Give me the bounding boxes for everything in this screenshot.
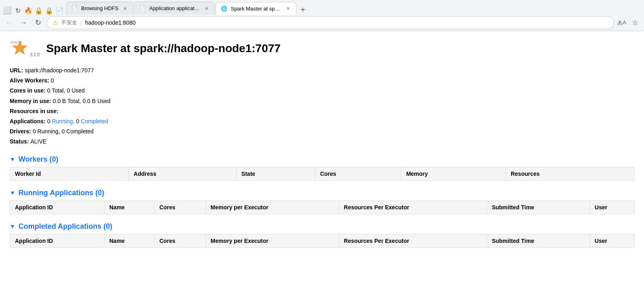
running-col-cores: Cores: [154, 200, 206, 214]
completed-col-app-id: Application ID: [10, 234, 105, 247]
bookmark-icon[interactable]: ☆: [629, 17, 641, 28]
spark-header: APACHE 3.2.0 Spark Master at spark://had…: [10, 39, 634, 57]
completed-col-name: Name: [104, 234, 154, 247]
drivers-label: Drivers:: [10, 126, 31, 137]
completed-link[interactable]: Completed: [81, 116, 108, 126]
completed-col-resources: Resources Per Executor: [339, 234, 487, 247]
completed-col-memory: Memory per Executor: [206, 234, 339, 247]
running-col-resources: Resources Per Executor: [339, 200, 487, 214]
reload-icon[interactable]: ↻: [14, 6, 22, 15]
url-value: spark://hadoop-node1:7077: [25, 65, 94, 76]
page-title: Spark Master at spark://hadoop-node1:707…: [46, 42, 280, 55]
address-bar-row: ← → ↻ ⚠ 不安全 | hadoop-node1:8080 あA ☆: [0, 15, 644, 31]
refresh-button[interactable]: ↻: [32, 17, 44, 28]
drivers-row: Drivers: 0 Running, 0 Completed: [10, 126, 634, 137]
memory-value: 0.0 B Total, 0.0 B Used: [53, 96, 111, 106]
running-col-user: User: [589, 200, 634, 214]
completed-apps-table: Application ID Name Cores Memory per Exe…: [10, 234, 634, 248]
completed-col-user: User: [589, 234, 634, 247]
browser-chrome: ⬜ ↻ 🔥 🔒 🔒 📄 📄 Browsing HDFS × 📄 Applicat…: [0, 0, 644, 31]
running-col-memory: Memory per Executor: [206, 200, 339, 214]
resources-row: Resources in use:: [10, 106, 634, 116]
apps-running-count: 0: [47, 116, 50, 126]
completed-apps-arrow: ▼: [10, 223, 15, 230]
cores-row: Cores in use: 0 Total, 0 Used: [10, 86, 634, 96]
running-col-submitted: Submitted Time: [487, 200, 590, 214]
address-url: hadoop-node1:8080: [85, 19, 608, 26]
memory-row: Memory in use: 0.0 B Total, 0.0 B Used: [10, 96, 634, 106]
tab-app[interactable]: 📄 Application application_1640182... ×: [134, 2, 215, 15]
new-tab-button[interactable]: +: [297, 5, 308, 15]
completed-apps-header-row: Application ID Name Cores Memory per Exe…: [10, 234, 634, 247]
tab-app-icon: 📄: [139, 5, 146, 11]
insecure-label: 不安全: [61, 19, 77, 26]
info-section: URL: spark://hadoop-node1:7077 Alive Wor…: [10, 65, 634, 147]
tab-spark-icon: 🌐: [221, 6, 227, 12]
lock2-icon[interactable]: 🔒: [45, 6, 53, 15]
applications-label: Applications:: [10, 116, 46, 126]
workers-table: Worker Id Address State Cores Memory Res…: [10, 167, 634, 181]
lock-icon[interactable]: 🔒: [35, 6, 43, 15]
drivers-value: 0 Running, 0 Completed: [33, 126, 94, 137]
running-apps-table: Application ID Name Cores Memory per Exe…: [10, 200, 634, 214]
tab-app-close[interactable]: ×: [203, 5, 210, 12]
address-divider: |: [80, 19, 82, 26]
tab-hdfs[interactable]: 📄 Browsing HDFS ×: [66, 2, 133, 15]
apps-completed-count: 0: [76, 116, 80, 126]
workers-section-header[interactable]: ▼ Workers (0): [10, 155, 634, 164]
completed-apps-title: Completed Applications (0): [19, 222, 112, 231]
page-content: APACHE 3.2.0 Spark Master at spark://had…: [0, 31, 644, 256]
browser-settings[interactable]: あA: [617, 19, 626, 26]
address-bar[interactable]: ⚠ 不安全 | hadoop-node1:8080: [47, 16, 614, 29]
running-apps-header-row: Application ID Name Cores Memory per Exe…: [10, 200, 634, 214]
alive-workers-label: Alive Workers:: [10, 76, 49, 86]
status-value: ALIVE: [30, 137, 46, 147]
spark-logo-svg: APACHE: [10, 39, 30, 57]
tab-bar: ⬜ ↻ 🔥 🔒 🔒 📄 📄 Browsing HDFS × 📄 Applicat…: [0, 0, 644, 15]
running-apps-arrow: ▼: [10, 190, 15, 196]
running-apps-section-header[interactable]: ▼ Running Applications (0): [10, 189, 634, 197]
workers-col-state: State: [236, 167, 315, 180]
resources-label: Resources in use:: [10, 106, 59, 116]
running-link[interactable]: Running,: [52, 116, 74, 126]
flame-icon[interactable]: 🔥: [24, 6, 32, 15]
alive-workers-row: Alive Workers: 0: [10, 76, 634, 86]
alive-workers-value: 0: [51, 76, 54, 86]
running-apps-title: Running Applications (0): [19, 189, 104, 197]
completed-apps-section-header[interactable]: ▼ Completed Applications (0): [10, 222, 634, 231]
completed-col-submitted: Submitted Time: [487, 234, 590, 247]
tab-spark-title: Spark Master at spark://hadoop-...: [231, 6, 281, 12]
tab-app-title: Application application_1640182...: [149, 5, 200, 11]
status-label: Status:: [10, 137, 29, 147]
url-label: URL:: [10, 65, 23, 76]
back-button[interactable]: ←: [3, 17, 15, 28]
url-row: URL: spark://hadoop-node1:7077: [10, 65, 634, 76]
workers-col-cores: Cores: [315, 167, 401, 180]
tab-hdfs-icon: 📄: [71, 5, 78, 11]
cores-label: Cores in use:: [10, 86, 46, 96]
workers-title: Workers (0): [19, 155, 59, 164]
spark-version: 3.2.0: [30, 52, 40, 57]
tab-hdfs-title: Browsing HDFS: [81, 5, 118, 11]
running-col-name: Name: [104, 200, 154, 214]
tab-spark[interactable]: 🌐 Spark Master at spark://hadoop-... ×: [216, 2, 296, 15]
workers-col-worker-id: Worker Id: [10, 167, 129, 180]
workers-col-resources: Resources: [506, 167, 634, 180]
workers-arrow: ▼: [10, 156, 15, 162]
forward-button[interactable]: →: [18, 17, 29, 28]
security-warning-icon: ⚠: [53, 19, 58, 26]
workers-col-address: Address: [129, 167, 237, 180]
running-col-app-id: Application ID: [10, 200, 105, 214]
completed-col-cores: Cores: [154, 234, 206, 247]
doc-icon[interactable]: 📄: [56, 6, 64, 15]
tab-spark-close[interactable]: ×: [285, 5, 291, 12]
memory-label: Memory in use:: [10, 96, 51, 106]
spark-logo: APACHE 3.2.0: [10, 39, 40, 57]
extensions-icon[interactable]: ⬜: [3, 6, 11, 15]
cores-value: 0 Total, 0 Used: [47, 86, 85, 96]
workers-col-memory: Memory: [401, 167, 506, 180]
status-row: Status: ALIVE: [10, 137, 634, 147]
applications-row: Applications: 0 Running, 0 Completed: [10, 116, 634, 126]
tab-hdfs-close[interactable]: ×: [122, 5, 128, 12]
workers-header-row: Worker Id Address State Cores Memory Res…: [10, 167, 634, 180]
